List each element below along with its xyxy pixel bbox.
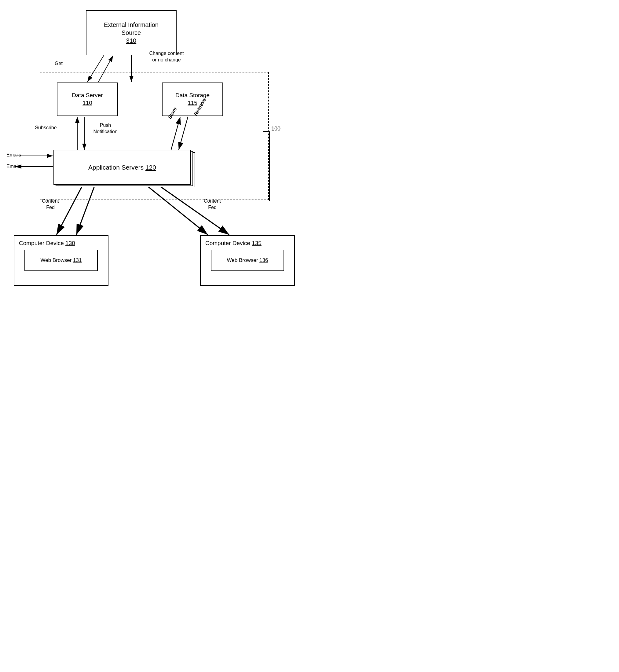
push-notification-label: PushNotification	[85, 122, 125, 135]
subscribe-label: Subscribe	[29, 125, 63, 131]
computer-135-box: Computer Device 135 Web Browser 136	[200, 235, 295, 286]
web-browser-136-number: 136	[259, 257, 268, 263]
web-browser-131-box: Web Browser 131	[24, 250, 98, 271]
data-storage-number: 115	[188, 99, 197, 106]
get-label: Get	[47, 61, 71, 67]
computer-130-box: Computer Device 130 Web Browser 131	[14, 235, 109, 286]
app-servers-label: Application Servers	[88, 164, 144, 171]
web-browser-136-label: Web Browser	[227, 257, 258, 263]
web-browser-136-box: Web Browser 136	[211, 250, 284, 271]
external-info-source-box: External InformationSource 310	[86, 10, 177, 55]
emails-out-label: Emails	[2, 163, 26, 170]
data-server-box: Data Server 110	[57, 82, 118, 116]
data-server-number: 110	[82, 99, 92, 106]
computer-130-label: Computer Device	[19, 240, 64, 246]
content-fed-right-label: ContentFed	[199, 198, 226, 211]
emails-in-label: Emails	[2, 152, 26, 158]
web-browser-131-label: Web Browser	[41, 257, 72, 263]
diagram: External InformationSource 310 Data Serv…	[0, 0, 310, 336]
external-info-number: 310	[126, 37, 136, 44]
web-browser-131-number: 131	[73, 257, 82, 263]
app-servers-number: 120	[145, 164, 156, 171]
external-info-label: External InformationSource	[104, 21, 158, 36]
computer-135-number: 135	[252, 240, 262, 246]
ref-100-label: 100	[268, 125, 283, 132]
app-servers-box: Application Servers 120	[54, 150, 191, 185]
content-fed-left-label: ContentFed	[37, 198, 64, 211]
data-server-label: Data Server	[72, 92, 102, 98]
computer-130-number: 130	[65, 240, 75, 246]
computer-135-label: Computer Device	[205, 240, 250, 246]
change-content-label: Change contentor no change	[139, 51, 194, 63]
